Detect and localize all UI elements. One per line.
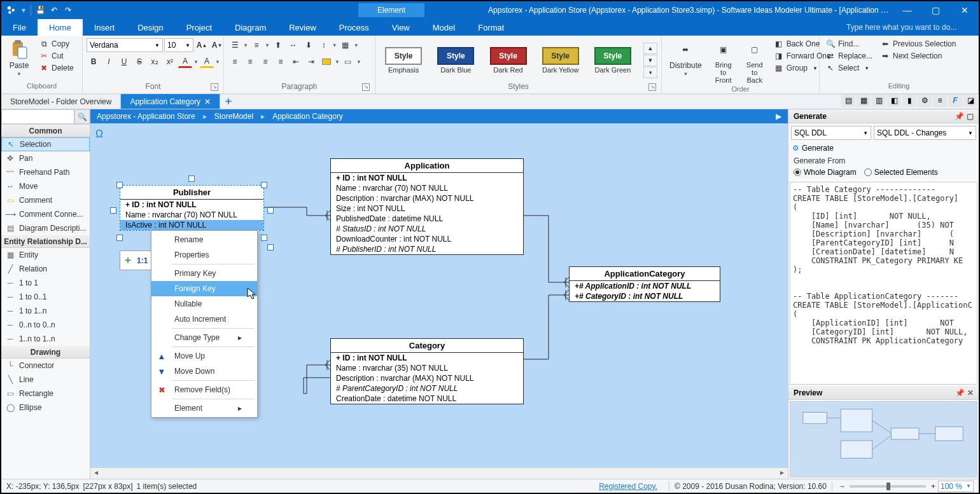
tell-me-search[interactable]: Type here what you want to do... <box>839 19 979 36</box>
radio-whole-diagram[interactable]: Whole Diagram <box>794 168 857 177</box>
add-tab-button[interactable]: ＋ <box>220 94 237 109</box>
tool-1to1n[interactable]: ─1 to 1..n <box>1 304 90 318</box>
entity-field[interactable]: +# ApplicationID : int NOT NULL <box>570 281 720 291</box>
tool-pan[interactable]: ✥Pan <box>1 151 90 165</box>
redo-icon[interactable]: ↷ <box>63 5 73 15</box>
resize-handle[interactable] <box>116 182 123 188</box>
entity-field[interactable]: Size : int NOT NULL <box>331 203 523 214</box>
ctx-nullable[interactable]: Nullable <box>151 296 257 312</box>
subscript-button[interactable]: x₂ <box>148 55 162 69</box>
diagram-canvas[interactable]: Ω Publisher + ID : int NOT NULL Nam <box>90 123 788 467</box>
align-top-button[interactable]: ⬆ <box>271 38 285 52</box>
prev-selection-button[interactable]: ⬅Previous Selection <box>878 38 958 50</box>
entity-field[interactable]: Description : nvarchar (MAX) NOT NULL <box>331 193 523 203</box>
tab-home[interactable]: Home <box>38 19 83 36</box>
tool-freehand[interactable]: 〰Freehand Path <box>1 165 90 179</box>
tool-comment[interactable]: ▭Comment <box>1 193 90 207</box>
tool-rectangle[interactable]: ▭Rectangle <box>1 387 90 401</box>
entity-field-selected[interactable]: IsActive : int NOT NULL <box>120 220 263 230</box>
preview-area[interactable] <box>790 401 977 477</box>
rtool-2[interactable]: ▦ <box>857 94 871 107</box>
select-button[interactable]: ↖Select▼ <box>823 62 874 74</box>
generate-button[interactable]: ⚙Generate <box>788 142 979 154</box>
pin-icon[interactable]: 📌 <box>955 388 965 397</box>
toolbox-cat-erd[interactable]: Entity Relationship D... <box>1 235 90 248</box>
paste-button[interactable]: Paste ▼ <box>5 38 33 78</box>
tool-connector[interactable]: └Connector <box>1 359 90 373</box>
font-size-select[interactable]: 10▼ <box>164 38 193 52</box>
tool-ellipse[interactable]: ◯Ellipse <box>1 401 90 415</box>
distribute-button[interactable]: ⬌Distribute▼ <box>666 38 706 78</box>
generated-code[interactable]: -- Table Category ------------- CREATE T… <box>790 182 977 385</box>
style-dark-red[interactable]: StyleDark Red <box>484 47 532 74</box>
tab-insert[interactable]: Insert <box>83 19 127 36</box>
doctab-storemodel[interactable]: StoreModel - Folder Overview <box>1 94 121 109</box>
registered-link[interactable]: Registered Copy. <box>599 482 657 491</box>
ctx-change-type[interactable]: Change Type▸ <box>151 330 257 345</box>
outdent-button[interactable]: ⇤ <box>289 55 303 69</box>
tab-design[interactable]: Design <box>126 19 174 36</box>
tool-entity[interactable]: ▦Entity <box>1 248 90 262</box>
tool-1nto1n[interactable]: ─1..n to 1..n <box>1 332 90 346</box>
highlight-button[interactable]: A <box>200 56 214 68</box>
zoom-level[interactable]: 100 %▼ <box>938 481 974 492</box>
entity-field[interactable]: + ID : int NOT NULL <box>331 353 523 363</box>
fill-button[interactable] <box>319 55 333 69</box>
file-menu[interactable]: File <box>1 19 38 36</box>
context-tab-element[interactable]: Element <box>358 3 424 17</box>
styles-down-button[interactable]: ▼ <box>643 55 657 66</box>
panel-close-icon[interactable]: ▢ <box>967 112 974 121</box>
entity-field[interactable]: DownloadCounter : int NOT NULL <box>331 234 523 244</box>
undo-icon[interactable]: ↶ <box>49 5 59 15</box>
generate-type-select[interactable]: SQL DDL▼ <box>791 126 871 140</box>
ruler-button[interactable]: ▭ <box>341 55 355 69</box>
entity-header[interactable]: Application <box>331 159 523 173</box>
add-icon[interactable]: ＋ <box>123 254 133 267</box>
rtool-9[interactable]: ◪ <box>963 94 977 107</box>
entity-header[interactable]: Category <box>331 339 523 353</box>
resize-handle[interactable] <box>116 235 123 241</box>
styles-dialog-launcher[interactable]: ↘ <box>648 83 656 91</box>
entity-field[interactable]: PublishedDate : datetime NULL <box>331 214 523 224</box>
align-justify-button[interactable]: ≡ <box>274 55 288 69</box>
align-middle-button[interactable]: ↔ <box>286 38 300 52</box>
style-dark-yellow[interactable]: StyleDark Yellow <box>536 47 585 74</box>
zoom-in-button[interactable]: + <box>928 482 938 491</box>
doctab-application-category[interactable]: Application Category✕ <box>121 94 220 109</box>
entity-field[interactable]: + ID : int NOT NULL <box>331 173 523 183</box>
align-bottom-button[interactable]: ⬇ <box>302 38 316 52</box>
ctx-foreign-key[interactable]: Foreign Key <box>151 281 257 296</box>
toolbox-search-input[interactable] <box>1 109 74 124</box>
pin-icon[interactable]: 📌 <box>955 112 964 121</box>
save-icon[interactable]: 💾 <box>35 5 45 15</box>
entity-field[interactable]: Name : nvarchar (70) NOT NULL <box>331 183 523 193</box>
tool-diagram-desc[interactable]: ▤Diagram Descripti... <box>1 221 90 235</box>
entity-field[interactable]: Description : nvarchar (MAX) NOT NULL <box>331 373 523 383</box>
indent-button[interactable]: ⇥ <box>304 55 318 69</box>
ctx-move-up[interactable]: ▲Move Up <box>151 348 257 364</box>
bullets-button[interactable]: ☰ <box>228 38 242 52</box>
toolbox-cat-drawing[interactable]: Drawing <box>1 346 90 359</box>
strike-button[interactable]: S <box>132 55 146 69</box>
tool-selection[interactable]: ↖Selection <box>1 137 90 151</box>
superscript-button[interactable]: x² <box>163 55 177 69</box>
resize-handle[interactable] <box>261 235 267 241</box>
ctx-remove-field-s-[interactable]: ✖Remove Field(s) <box>151 382 257 397</box>
tool-move[interactable]: ↔Move <box>1 179 90 193</box>
copy-button[interactable]: ⧉Copy <box>37 38 76 50</box>
breadcrumb-item[interactable]: StoreModel <box>214 112 253 121</box>
breadcrumb-scroll-icon[interactable]: ▶ <box>776 112 781 121</box>
minimize-button[interactable]: — <box>893 1 921 19</box>
toolbox-cat-common[interactable]: Common <box>1 125 90 137</box>
entity-header[interactable]: Publisher <box>120 186 263 200</box>
styles-more-button[interactable]: ▾ <box>643 67 657 78</box>
tab-diagram[interactable]: Diagram <box>223 19 277 36</box>
replace-button[interactable]: ⇄Replace... <box>823 50 874 62</box>
underline-button[interactable]: U <box>117 55 131 69</box>
styles-up-button[interactable]: ▲ <box>643 43 657 54</box>
ctx-auto-increment[interactable]: Auto Increment <box>151 312 257 327</box>
context-menu[interactable]: RenamePropertiesPrimary KeyForeign KeyNu… <box>151 230 258 418</box>
next-selection-button[interactable]: ➡Next Selection <box>878 50 958 62</box>
panel-close-icon[interactable]: ✕ <box>967 388 974 397</box>
breadcrumb-item[interactable]: Application Category <box>272 112 343 121</box>
